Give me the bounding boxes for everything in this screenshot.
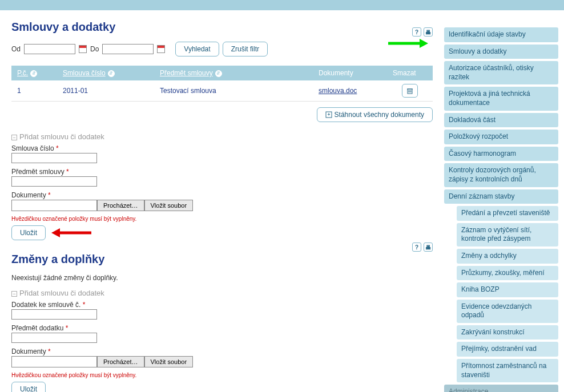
input-dodatek[interactable] (11, 309, 97, 320)
input-file-path[interactable] (11, 200, 97, 211)
sort-icon[interactable]: ⇵ (215, 70, 222, 77)
cell-pc: 1 (11, 80, 57, 102)
cell-predmet: Testovací smlouva (154, 80, 313, 102)
clear-filter-button[interactable]: Zrušit filtr (223, 42, 268, 56)
sort-icon[interactable]: ⇵ (108, 70, 115, 77)
sidebar-subitem[interactable]: Evidence odevzdaných odpadů (457, 300, 558, 323)
doc-link[interactable]: smlouva.doc (319, 87, 357, 95)
svg-marker-1 (420, 39, 428, 48)
required-note: Hvězdičkou označené položky musí být vyp… (11, 216, 433, 222)
section1-title: Smlouvy a dodatky (11, 21, 433, 34)
svg-marker-9 (51, 228, 60, 237)
col-predmet[interactable]: Předmět smlouvy (160, 69, 213, 77)
required-note2: Hvězdičkou označené položky musí být vyp… (11, 372, 433, 378)
col-cislo[interactable]: Smlouva číslo (63, 69, 106, 77)
sidebar-subitem[interactable]: Průzkumy, zkoušky, měření (457, 266, 558, 281)
help-icon[interactable]: ? (412, 243, 421, 252)
calendar-icon[interactable] (79, 45, 87, 53)
search-button[interactable]: Vyhledat (175, 42, 219, 56)
delete-button[interactable] (402, 84, 418, 98)
red-arrow-annotation (51, 227, 91, 239)
filter-do-input[interactable] (102, 44, 154, 54)
calendar-icon[interactable] (157, 45, 165, 53)
label-dokumenty: Dokumenty * (11, 191, 433, 199)
sidebar-item[interactable]: Dokladová část (444, 113, 558, 128)
upload-button[interactable]: Vložit soubor (144, 200, 194, 211)
browse-button[interactable]: Procházet… (97, 200, 144, 211)
label-dokumenty2: Dokumenty * (11, 347, 433, 355)
input-predmet-dodatku[interactable] (11, 333, 97, 343)
label-dodatek: Dodatek ke smlouvě č. * (11, 301, 433, 309)
sidebar-item[interactable]: Projektová a jiná technická dokumentace (444, 87, 558, 110)
toggle-add-contract[interactable]: −Přidat smlouvu či dodatek (11, 132, 433, 141)
help-icons-mid: ? 🖶 (412, 243, 433, 252)
collapse-icon: − (11, 135, 17, 140)
help-icons-top: ? 🖶 (412, 27, 433, 37)
browse-button2[interactable]: Procházet… (97, 356, 144, 367)
help-icon[interactable]: ? (412, 27, 421, 37)
sidebar-item[interactable]: Identifikační údaje stavby (444, 27, 558, 42)
sidebar-item[interactable]: Autorizace účastníků, otisky razítek (444, 61, 558, 84)
label-predmet-dodatku: Předmět dodatku * (11, 324, 433, 332)
sidebar-subitem[interactable]: Záznam o vytýčení sítí, kontrole před zá… (457, 223, 558, 246)
upload-button2[interactable]: Vložit soubor (144, 356, 194, 367)
save-button[interactable]: Uložit (11, 225, 46, 240)
no-changes-msg: Neexistují žádné změny či doplňky. (11, 274, 433, 282)
sidebar-item[interactable]: Smlouvy a dodatky (444, 45, 558, 59)
col-pc[interactable]: P.č. (17, 69, 28, 77)
filter-od-input[interactable] (24, 44, 75, 54)
sidebar-subitem[interactable]: Předání a převzetí staveniště (457, 206, 558, 221)
sidebar-item[interactable]: Časový harmonogram (444, 147, 558, 161)
sidebar-subitem[interactable]: Kniha BOZP (457, 282, 558, 297)
sidebar-subitem[interactable]: Přejímky, odstranění vad (457, 342, 558, 357)
sidebar-nav: Identifikační údaje stavbySmlouvy a doda… (444, 10, 564, 392)
sidebar-subitem[interactable]: Přítomnost zaměstnanců na staveništi (457, 359, 558, 382)
sort-icon[interactable]: ⇵ (30, 70, 37, 77)
input-predmet-smlouvy[interactable] (11, 176, 97, 187)
contracts-table: P.č.⇵ Smlouva číslo⇵ Předmět smlouvy⇵ Do… (11, 66, 433, 102)
download-all-button[interactable]: Stáhnout všechny dokumenty (317, 107, 433, 122)
sidebar-item[interactable]: Kontroly dozorových orgánů, zápisy z kon… (444, 163, 558, 187)
section2-title: Změny a doplňky (11, 253, 433, 266)
label-predmet-smlouvy: Předmět smlouvy * (11, 168, 433, 176)
sidebar-subitem[interactable]: Zakrývání konstrukcí (457, 325, 558, 340)
filter-od-label: Od (11, 45, 21, 53)
col-smazat: Smazat (393, 69, 416, 77)
top-bar (0, 0, 564, 10)
table-row: 12011-01Testovací smlouvasmlouva.doc (11, 80, 433, 102)
sidebar-subitem[interactable]: Změny a odchylky (457, 249, 558, 264)
save-button2[interactable]: Uložit (11, 382, 46, 392)
green-arrow-annotation (388, 38, 428, 49)
toggle-add-amendment[interactable]: −Přidat smlouvu či dodatek (11, 289, 433, 297)
filter-do-label: Do (90, 45, 99, 53)
label-smlouva-cislo: Smlouva číslo * (11, 144, 433, 152)
cell-cislo: 2011-01 (57, 80, 154, 102)
col-dokumenty: Dokumenty (319, 69, 353, 77)
print-icon[interactable]: 🖶 (424, 243, 433, 252)
sidebar-item[interactable]: Položkový rozpočet (444, 130, 558, 144)
sidebar-item[interactable]: Denní záznam stavby (444, 189, 558, 204)
input-smlouva-cislo[interactable] (11, 153, 97, 163)
collapse-icon: − (11, 291, 17, 297)
input-file-path2[interactable] (11, 356, 97, 367)
print-icon[interactable]: 🖶 (424, 27, 433, 37)
sidebar-header: Administrace (444, 385, 558, 392)
filter-bar: Od Do Vyhledat Zrušit filtr (11, 42, 433, 56)
